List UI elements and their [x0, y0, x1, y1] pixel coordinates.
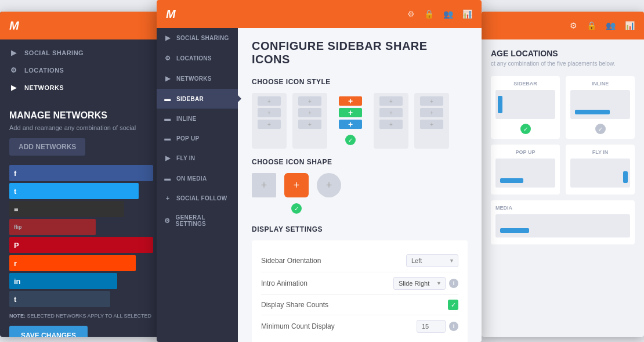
chart-icon: 📊 — [462, 9, 472, 19]
nav-inline[interactable]: ▬ INLINE — [157, 109, 238, 128]
display-share-counts-checkbox[interactable]: ✓ — [448, 300, 458, 310]
intro-animation-select[interactable]: Slide Right ▼ — [393, 277, 446, 290]
right-panel: ⚙ 🔒 👥 📊 AGE LOCATIONS ct any combination… — [482, 12, 644, 337]
sidebar-bar — [498, 96, 502, 113]
popup-location: POP UP — [491, 145, 560, 195]
nav-popup[interactable]: ▬ POP UP — [157, 128, 238, 148]
shape-square: + — [252, 173, 276, 197]
inline-preview — [570, 90, 630, 119]
shape-circle-box[interactable]: + — [317, 173, 341, 197]
intro-animation-select-group: Slide Right ▼ i — [393, 277, 458, 290]
display-share-counts-row: Display Share Counts ✓ — [261, 295, 458, 315]
save-changes-button[interactable]: SAVE CHANGES — [9, 326, 88, 337]
networks-note: NOTE: Selected networks apply to all sel… — [9, 313, 153, 319]
popup-label: POP UP — [495, 149, 555, 155]
icon-cell: + — [258, 120, 281, 129]
flyin-preview — [570, 159, 630, 188]
icon-cell: + — [379, 108, 403, 117]
minimum-count-display-row: Minimum Count Display 15 i — [261, 315, 458, 337]
arrow-icon: ▶ — [9, 84, 19, 92]
media-preview — [495, 214, 630, 237]
middle-topbar: M ⚙ 🔒 👥 📊 — [157, 0, 482, 28]
top-icons-group: ⚙ 🔒 👥 📊 — [407, 9, 472, 19]
icon-styles-group: + + + + + + + + + ✓ — [252, 93, 468, 149]
nav-onmedia[interactable]: ▬ ON MEDIA — [157, 168, 238, 188]
sidebar-orientation-select[interactable]: Left ▼ — [406, 254, 458, 267]
inline-icon: ▬ — [164, 115, 172, 122]
shape-square-box[interactable]: + — [252, 173, 276, 197]
style-selected-check: ✓ — [345, 135, 356, 145]
network-pinterest: P — [9, 237, 153, 253]
sidebar-check: ✓ — [520, 124, 531, 134]
users-icon: 👥 — [606, 21, 616, 30]
sidebar-icon: ▬ — [164, 95, 172, 102]
icon-cell: + — [258, 108, 281, 117]
minimum-count-display-label: Minimum Count Display — [261, 322, 335, 330]
nav-general-settings[interactable]: ⚙ GENERAL SETTINGS — [157, 208, 238, 233]
gear-icon: ⚙ — [407, 9, 415, 19]
flyin-bar — [623, 171, 628, 183]
config-title: CONFIGURE SIDEBAR SHARE ICONS — [252, 39, 468, 66]
left-sidebar-menu: ▶ SOCIAL SHARING ⚙ LOCATIONS ▶ NETWORKS — [0, 39, 162, 101]
gear-icon: ⚙ — [164, 217, 171, 225]
popup-preview — [495, 159, 555, 188]
icon-cell: + — [379, 120, 403, 129]
icon-style-4[interactable]: + + + — [374, 93, 408, 149]
icon-style-3-selected[interactable]: + + + ✓ — [333, 93, 368, 149]
left-menu-locations[interactable]: ⚙ LOCATIONS — [0, 62, 162, 79]
lock-icon: 🔒 — [424, 9, 434, 19]
display-share-counts-label: Display Share Counts — [261, 301, 328, 309]
plus-icon: + — [164, 195, 172, 201]
gear-icon: ⚙ — [9, 66, 19, 74]
left-menu-networks[interactable]: ▶ NETWORKS — [0, 79, 162, 96]
icon-cell: + — [420, 108, 443, 117]
media-bar — [500, 228, 529, 233]
left-panel-topbar: M — [0, 12, 162, 39]
popup-bar — [500, 178, 523, 183]
intro-animation-row: Intro Animation Slide Right ▼ i — [261, 272, 458, 295]
nav-sidebar[interactable]: ▬ SIDEBAR — [157, 89, 238, 109]
icon-cell: + — [298, 96, 321, 106]
minimum-count-input[interactable]: 15 — [417, 320, 446, 333]
chevron-down-icon: ▼ — [449, 258, 454, 264]
icon-cell: + — [258, 96, 281, 106]
icon-style-2[interactable]: + + + — [292, 93, 327, 149]
arrow-icon: ▶ — [164, 34, 172, 42]
info-icon: i — [449, 279, 458, 288]
left-menu-social-sharing[interactable]: ▶ SOCIAL SHARING — [0, 44, 162, 62]
network-buffer: ≡ — [9, 201, 124, 217]
network-flipboard: flip — [9, 219, 96, 235]
inline-check: ✓ — [595, 124, 606, 134]
middle-panel: M ⚙ 🔒 👥 📊 ▶ SOCIAL SHARING ⚙ LOCATIONS ▶… — [157, 0, 482, 342]
shape-rounded-selected: + — [284, 173, 309, 197]
icon-cell: + — [420, 96, 443, 106]
add-networks-button[interactable]: ADD NETWORKS — [9, 138, 85, 156]
chevron-down-icon: ▼ — [436, 280, 442, 286]
right-panel-topbar: ⚙ 🔒 👥 📊 — [482, 12, 644, 39]
flyin-icon: ▶ — [164, 154, 172, 162]
shape-rounded-box[interactable]: + ✓ — [284, 173, 309, 214]
icon-cell: + — [298, 120, 321, 129]
nav-social-follow[interactable]: + SOCIAL FOLLOW — [157, 188, 238, 208]
lock-icon: 🔒 — [587, 21, 596, 30]
middle-sidenav: ▶ SOCIAL SHARING ⚙ LOCATIONS ▶ NETWORKS … — [157, 28, 238, 342]
display-settings-panel: Sidebar Orientation Left ▼ Intro Animati… — [252, 240, 468, 342]
sidebar-preview — [495, 90, 555, 119]
icon-cell-blue: + — [339, 120, 362, 129]
sidebar-location: SIDEBAR ✓ — [491, 76, 560, 139]
right-panel-content: AGE LOCATIONS ct any combination of the … — [482, 39, 644, 254]
left-main-content: MANAGE NETWORKS Add and rearrange any co… — [0, 101, 162, 337]
left-panel: M ▶ SOCIAL SHARING ⚙ LOCATIONS ▶ NETWORK… — [0, 12, 162, 337]
network-linkedin: in — [9, 273, 117, 289]
icon-style-1[interactable]: + + + — [252, 93, 287, 149]
nav-flyin[interactable]: ▶ FLY IN — [157, 148, 238, 168]
sidebar-orientation-row: Sidebar Orientation Left ▼ — [261, 250, 458, 272]
flyin-label: FLY IN — [570, 149, 630, 155]
chart-icon: 📊 — [625, 21, 635, 30]
shape-selected-check: ✓ — [291, 203, 302, 214]
icon-style-5[interactable]: + + + — [414, 93, 449, 149]
nav-networks[interactable]: ▶ NETWORKS — [157, 69, 238, 89]
nav-locations[interactable]: ⚙ LOCATIONS — [157, 48, 238, 69]
nav-social-sharing[interactable]: ▶ SOCIAL SHARING — [157, 28, 238, 48]
sidebar-label: SIDEBAR — [495, 81, 555, 87]
